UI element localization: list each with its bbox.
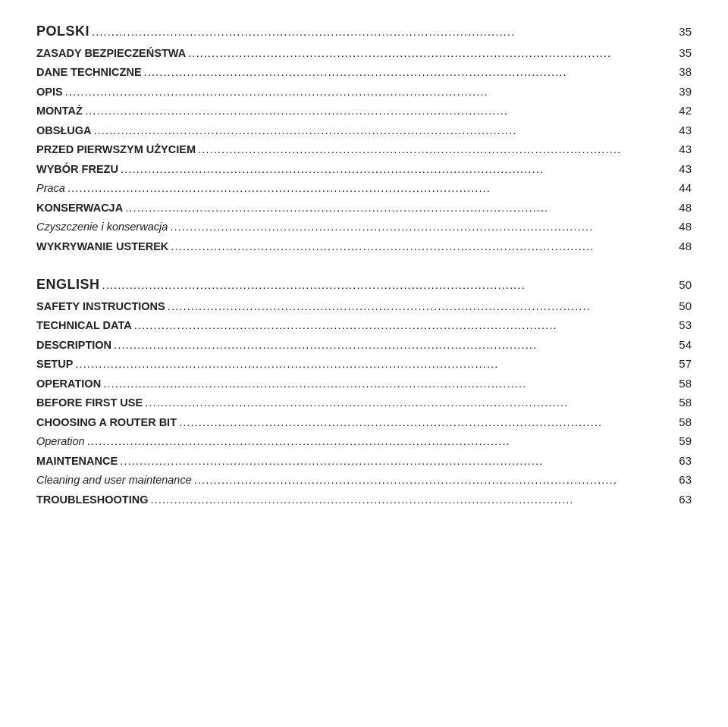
toc-label-konserwacja: KONSERWACJA (36, 199, 123, 216)
toc-row-przed: PRZED PIERWSZYM UŻYCIEM ................… (36, 140, 692, 158)
toc-label-technical: TECHNICAL DATA (36, 317, 132, 334)
toc-label-troubleshooting: TROUBLESHOOTING (36, 491, 148, 508)
toc-page-setup: 57 (669, 355, 692, 372)
toc-label-maintenance: MAINTENANCE (36, 453, 118, 469)
toc-label-operation2: Operation (36, 433, 85, 450)
toc-label-przed: PRZED PIERWSZYM UŻYCIEM (36, 141, 196, 158)
toc-dots-english: ........................................… (102, 276, 667, 293)
toc-label-czyszczenie: Czyszczenie i konserwacja (36, 218, 168, 235)
toc-row-zasady: ZASADY BEZPIECZEŃSTWA ..................… (36, 44, 692, 61)
toc-row-safety: SAFETY INSTRUCTIONS ....................… (36, 297, 692, 315)
toc-page-description: 54 (669, 336, 692, 353)
toc-label-obsluga: OBSŁUGA (36, 122, 92, 139)
toc-row-operation2: Operation ..............................… (36, 432, 692, 450)
toc-dots-maintenance: ........................................… (120, 452, 667, 469)
toc-page-operation: 58 (669, 374, 692, 392)
toc-row-montaz: MONTAŻ .................................… (36, 102, 692, 119)
toc-dots-choosing: ........................................… (179, 413, 667, 431)
toc-label-montaz: MONTAŻ (36, 102, 83, 119)
toc-page-obsluga: 43 (669, 121, 692, 139)
spacer-1 (36, 261, 692, 274)
toc-row-cleaning: Cleaning and user maintenance ..........… (36, 471, 692, 488)
toc-page-operation2: 59 (669, 432, 692, 450)
toc-row-maintenance: MAINTENANCE ............................… (36, 452, 692, 469)
toc-row-before: BEFORE FIRST USE .......................… (36, 393, 692, 411)
toc-page-cleaning: 63 (669, 471, 692, 488)
toc-dots-czyszczenie: ........................................… (170, 218, 667, 235)
polski-block: POLSKI .................................… (36, 21, 692, 255)
toc-dots-operation: ........................................… (103, 374, 667, 392)
toc-dots-montaz: ........................................… (85, 102, 667, 119)
toc-label-polski: POLSKI (36, 21, 89, 42)
toc-row-description: DESCRIPTION ............................… (36, 336, 692, 353)
toc-dots-praca: ........................................… (67, 179, 667, 196)
toc-dots-opis: ........................................… (65, 83, 667, 100)
toc-page-choosing: 58 (669, 413, 692, 431)
toc-label-zasady: ZASADY BEZPIECZEŃSTWA (36, 45, 186, 61)
toc-row-setup: SETUP ..................................… (36, 355, 692, 372)
toc-row-dane: DANE TECHNICZNE ........................… (36, 63, 692, 80)
toc-page-przed: 43 (669, 140, 692, 158)
toc-label-operation: OPERATION (36, 375, 101, 392)
toc-dots-przed: ........................................… (198, 140, 667, 158)
toc-dots-dane: ........................................… (144, 63, 667, 80)
toc-page-opis: 39 (669, 83, 692, 100)
toc-row-choosing: CHOOSING A ROUTER BIT ..................… (36, 413, 692, 431)
toc-row-wybor: WYBÓR FREZU ............................… (36, 160, 692, 177)
toc-page-wykrywanie: 48 (669, 237, 692, 255)
toc-row-wykrywanie: WYKRYWANIE USTEREK .....................… (36, 237, 692, 255)
toc-page-czyszczenie: 48 (669, 218, 692, 235)
toc-page-technical: 53 (669, 316, 692, 334)
english-block: ENGLISH ................................… (36, 274, 692, 508)
toc-dots-wybor: ........................................… (121, 160, 667, 177)
toc-label-wykrywanie: WYKRYWANIE USTEREK (36, 238, 168, 255)
toc-dots-safety: ........................................… (168, 297, 667, 315)
toc-label-dane: DANE TECHNICZNE (36, 64, 142, 80)
toc-dots-technical: ........................................… (134, 316, 667, 334)
toc-label-wybor: WYBÓR FREZU (36, 161, 118, 177)
toc-page-before: 58 (669, 393, 692, 411)
toc-row-polski: POLSKI .................................… (36, 21, 692, 42)
toc-dots-zasady: ........................................… (188, 44, 667, 61)
toc-dots-wykrywanie: ........................................… (171, 237, 667, 255)
toc-dots-setup: ........................................… (75, 355, 667, 372)
toc-label-opis: OPIS (36, 83, 63, 100)
toc-page-polski: 35 (669, 23, 692, 40)
toc-page-english: 50 (669, 276, 692, 293)
toc-dots-polski: ........................................… (92, 23, 667, 40)
toc-dots-obsluga: ........................................… (94, 121, 667, 139)
toc-page-safety: 50 (669, 297, 692, 315)
toc-page-dane: 38 (669, 63, 692, 80)
toc-page-maintenance: 63 (669, 452, 692, 469)
toc-page-praca: 44 (669, 179, 692, 196)
toc-page-wybor: 43 (669, 160, 692, 177)
toc-label-english: ENGLISH (36, 274, 100, 296)
toc-page-montaz: 42 (669, 102, 692, 119)
toc-dots-before: ........................................… (145, 393, 667, 411)
toc-dots-description: ........................................… (114, 336, 667, 353)
toc-row-czyszczenie: Czyszczenie i konserwacja ..............… (36, 218, 692, 235)
toc-row-troubleshooting: TROUBLESHOOTING ........................… (36, 490, 692, 508)
toc-label-description: DESCRIPTION (36, 337, 111, 353)
toc-label-praca: Praca (36, 180, 65, 196)
toc-label-cleaning: Cleaning and user maintenance (36, 472, 192, 488)
toc-container: POLSKI .................................… (36, 21, 692, 508)
toc-dots-konserwacja: ........................................… (125, 199, 667, 216)
toc-row-technical: TECHNICAL DATA .........................… (36, 316, 692, 334)
toc-label-choosing: CHOOSING A ROUTER BIT (36, 414, 177, 431)
toc-row-praca: Praca ..................................… (36, 179, 692, 196)
toc-dots-operation2: ........................................… (87, 432, 667, 450)
toc-row-obsluga: OBSŁUGA ................................… (36, 121, 692, 139)
toc-page-zasady: 35 (669, 44, 692, 61)
toc-row-opis: OPIS ...................................… (36, 83, 692, 100)
toc-row-operation: OPERATION ..............................… (36, 374, 692, 392)
toc-label-setup: SETUP (36, 356, 73, 372)
toc-row-konserwacja: KONSERWACJA ............................… (36, 199, 692, 216)
toc-page-konserwacja: 48 (669, 199, 692, 216)
toc-label-before: BEFORE FIRST USE (36, 394, 143, 411)
toc-page-troubleshooting: 63 (669, 490, 692, 508)
toc-dots-cleaning: ........................................… (194, 471, 667, 488)
toc-label-safety: SAFETY INSTRUCTIONS (36, 298, 165, 315)
toc-dots-troubleshooting: ........................................… (150, 490, 667, 508)
toc-row-english: ENGLISH ................................… (36, 274, 692, 296)
